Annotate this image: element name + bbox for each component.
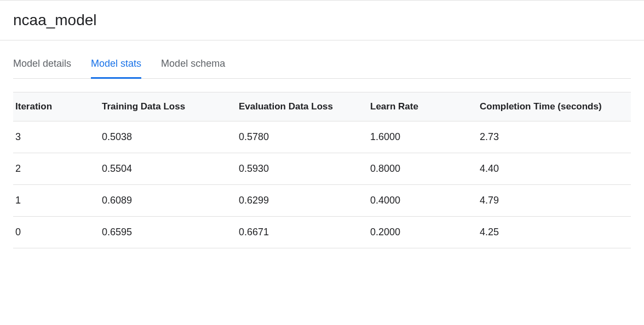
cell-training-loss: 0.6089 [95,185,232,217]
col-header-eval-loss: Evaluation Data Loss [232,92,364,121]
cell-iteration: 2 [13,153,95,185]
header: ncaa_model [0,1,644,40]
tab-model-stats[interactable]: Model stats [91,58,141,79]
page-container: ncaa_model Model details Model stats Mod… [0,0,644,248]
tabs: Model details Model stats Model schema [13,58,631,79]
table-header-row: Iteration Training Data Loss Evaluation … [13,92,631,121]
tabs-section: Model details Model stats Model schema [0,40,644,79]
cell-eval-loss: 0.6299 [232,185,364,217]
cell-training-loss: 0.5504 [95,153,232,185]
tab-model-details[interactable]: Model details [13,58,71,79]
cell-training-loss: 0.5038 [95,121,232,153]
cell-completion-time: 4.25 [473,217,631,248]
cell-training-loss: 0.6595 [95,217,232,248]
page-title: ncaa_model [13,11,631,29]
cell-completion-time: 4.40 [473,153,631,185]
table-row: 1 0.6089 0.6299 0.4000 4.79 [13,185,631,217]
col-header-iteration: Iteration [13,92,95,121]
cell-eval-loss: 0.5780 [232,121,364,153]
table-row: 0 0.6595 0.6671 0.2000 4.25 [13,217,631,248]
cell-eval-loss: 0.5930 [232,153,364,185]
tab-model-schema[interactable]: Model schema [161,58,225,79]
col-header-completion-time: Completion Time (seconds) [473,92,631,121]
cell-iteration: 3 [13,121,95,153]
table-wrapper: Iteration Training Data Loss Evaluation … [0,79,644,248]
cell-completion-time: 4.79 [473,185,631,217]
table-row: 3 0.5038 0.5780 1.6000 2.73 [13,121,631,153]
cell-eval-loss: 0.6671 [232,217,364,248]
table-row: 2 0.5504 0.5930 0.8000 4.40 [13,153,631,185]
cell-learn-rate: 0.2000 [364,217,473,248]
cell-learn-rate: 1.6000 [364,121,473,153]
cell-learn-rate: 0.8000 [364,153,473,185]
cell-learn-rate: 0.4000 [364,185,473,217]
cell-completion-time: 2.73 [473,121,631,153]
cell-iteration: 1 [13,185,95,217]
stats-table: Iteration Training Data Loss Evaluation … [13,92,631,248]
col-header-learn-rate: Learn Rate [364,92,473,121]
col-header-training-loss: Training Data Loss [95,92,232,121]
cell-iteration: 0 [13,217,95,248]
